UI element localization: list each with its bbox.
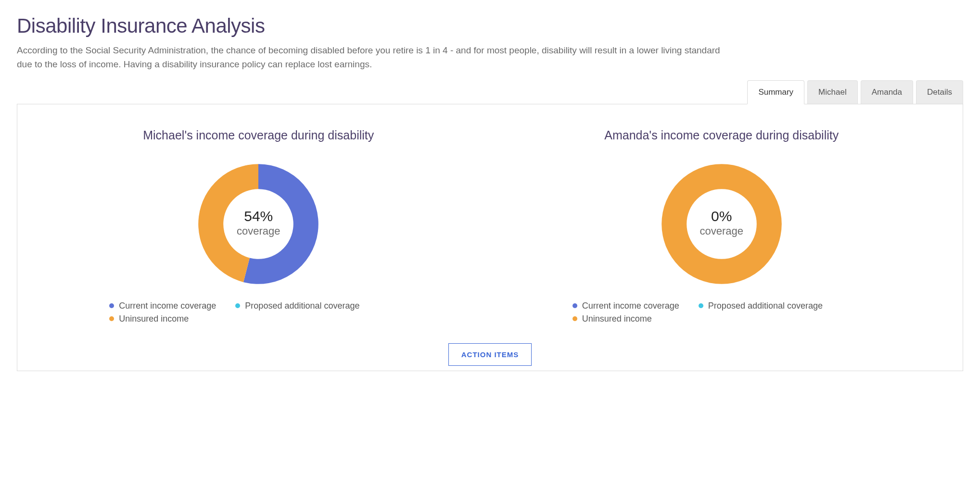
tab-details[interactable]: Details — [916, 80, 963, 104]
legend-dot-uninsured-icon — [573, 316, 577, 321]
donut-chart-michael: 54% coverage — [196, 162, 321, 287]
legend-item-uninsured: Uninsured income — [109, 314, 189, 324]
legend-item-current: Current income coverage — [573, 301, 679, 311]
charts-row: Michael's income coverage during disabil… — [37, 128, 943, 324]
page-description: According to the Social Security Adminis… — [17, 43, 729, 72]
donut-pct-amanda: 0% — [700, 208, 743, 225]
legend-label-uninsured: Uninsured income — [582, 314, 652, 324]
summary-panel: Michael's income coverage during disabil… — [17, 104, 963, 371]
legend-amanda: Current income coverage Proposed additio… — [568, 301, 876, 324]
legend-michael: Current income coverage Proposed additio… — [104, 301, 412, 324]
donut-center-michael: 54% coverage — [237, 208, 280, 237]
legend-dot-proposed-icon — [235, 303, 240, 308]
legend-label-uninsured: Uninsured income — [119, 314, 189, 324]
legend-label-proposed: Proposed additional coverage — [245, 301, 359, 311]
donut-chart-amanda: 0% coverage — [659, 162, 784, 287]
legend-dot-current-icon — [573, 303, 577, 308]
legend-dot-proposed-icon — [699, 303, 703, 308]
chart-block-amanda: Amanda's income coverage during disabili… — [500, 128, 944, 324]
legend-label-current: Current income coverage — [119, 301, 216, 311]
legend-dot-uninsured-icon — [109, 316, 114, 321]
tab-row: Summary Michael Amanda Details — [17, 80, 963, 104]
chart-title-michael: Michael's income coverage during disabil… — [37, 128, 481, 142]
legend-label-proposed: Proposed additional coverage — [708, 301, 823, 311]
action-items-button[interactable]: ACTION ITEMS — [448, 343, 532, 366]
page-title: Disability Insurance Analysis — [17, 14, 963, 37]
donut-center-amanda: 0% coverage — [700, 208, 743, 237]
tab-michael[interactable]: Michael — [807, 80, 858, 104]
tab-amanda[interactable]: Amanda — [861, 80, 913, 104]
legend-label-current: Current income coverage — [582, 301, 679, 311]
legend-item-uninsured: Uninsured income — [573, 314, 652, 324]
legend-item-proposed: Proposed additional coverage — [699, 301, 823, 311]
donut-pct-michael: 54% — [237, 208, 280, 225]
donut-label-michael: coverage — [237, 225, 280, 237]
legend-dot-current-icon — [109, 303, 114, 308]
donut-label-amanda: coverage — [700, 225, 743, 237]
chart-block-michael: Michael's income coverage during disabil… — [37, 128, 481, 324]
legend-item-current: Current income coverage — [109, 301, 216, 311]
legend-item-proposed: Proposed additional coverage — [235, 301, 359, 311]
tab-summary[interactable]: Summary — [747, 80, 804, 104]
chart-title-amanda: Amanda's income coverage during disabili… — [500, 128, 944, 142]
